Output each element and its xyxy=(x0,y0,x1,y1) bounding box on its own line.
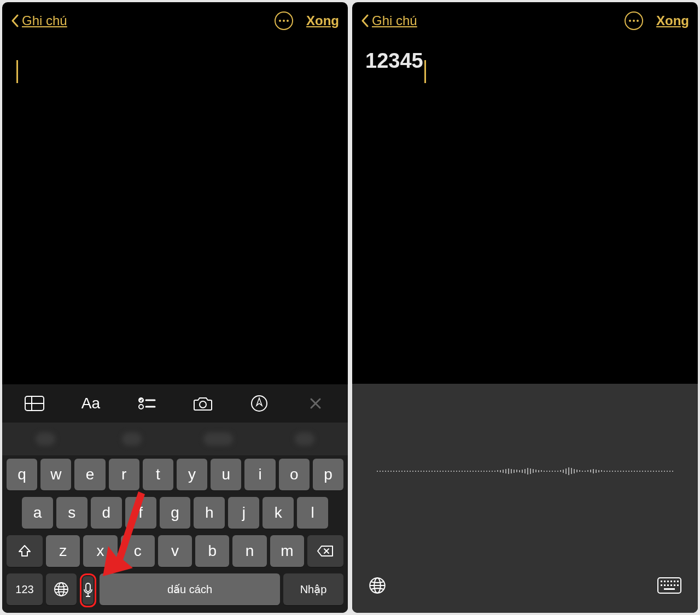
key-u[interactable]: u xyxy=(211,459,241,490)
svg-rect-30 xyxy=(677,584,679,586)
key-w[interactable]: w xyxy=(40,459,71,490)
key-j[interactable]: j xyxy=(228,497,259,529)
back-button[interactable]: Ghi chú xyxy=(361,13,417,28)
note-text: 12345 xyxy=(365,49,423,72)
dictation-controls xyxy=(352,558,698,613)
key-m[interactable]: m xyxy=(270,535,304,567)
key-y[interactable]: y xyxy=(177,459,207,490)
svg-rect-27 xyxy=(667,584,669,586)
svg-point-5 xyxy=(139,405,143,409)
svg-rect-26 xyxy=(664,584,666,586)
suggestion-2[interactable] xyxy=(89,423,175,455)
phone-right: Ghi chú Xong 12345 xyxy=(352,2,698,613)
key-c[interactable]: c xyxy=(121,535,155,567)
key-l[interactable]: l xyxy=(297,497,328,529)
key-q[interactable]: q xyxy=(7,459,37,490)
svg-rect-25 xyxy=(661,584,662,586)
key-n[interactable]: n xyxy=(232,535,266,567)
suggestion-3[interactable] xyxy=(175,423,261,455)
svg-rect-21 xyxy=(667,581,669,582)
close-format-button[interactable] xyxy=(301,393,330,414)
globe-icon xyxy=(369,577,386,594)
key-r[interactable]: r xyxy=(109,459,139,490)
key-a[interactable]: a xyxy=(22,497,53,529)
font-button[interactable]: Aa xyxy=(76,393,106,414)
svg-rect-22 xyxy=(670,581,672,582)
svg-rect-19 xyxy=(661,581,662,582)
number-key[interactable]: 123 xyxy=(7,573,43,605)
pen-icon xyxy=(250,395,268,412)
suggestion-1[interactable] xyxy=(2,423,89,455)
keyboard: q w e r t y u i o p a s d f g h j k l xyxy=(2,455,348,613)
back-label: Ghi chú xyxy=(22,13,67,28)
table-button[interactable] xyxy=(20,393,49,414)
keyboard-row-2: a s d f g h j k l xyxy=(4,497,346,529)
svg-rect-28 xyxy=(670,584,672,586)
key-d[interactable]: d xyxy=(91,497,122,529)
keyboard-row-3: z x c v b n m xyxy=(4,535,346,567)
key-o[interactable]: o xyxy=(279,459,310,490)
enter-key[interactable]: Nhập xyxy=(283,573,343,605)
key-x[interactable]: x xyxy=(83,535,117,567)
key-f[interactable]: f xyxy=(125,497,156,529)
globe-icon xyxy=(54,582,69,597)
svg-rect-20 xyxy=(664,581,666,582)
suggestion-4[interactable] xyxy=(261,423,348,455)
globe-button[interactable] xyxy=(369,577,386,594)
svg-point-7 xyxy=(200,401,206,408)
space-key[interactable]: dấu cách xyxy=(100,573,280,605)
key-k[interactable]: k xyxy=(262,497,294,529)
globe-key[interactable] xyxy=(46,573,77,605)
delete-key[interactable] xyxy=(307,535,343,567)
mic-highlight xyxy=(80,573,96,607)
svg-rect-29 xyxy=(674,584,675,586)
camera-button[interactable] xyxy=(188,393,218,414)
format-toolbar: Aa xyxy=(2,384,348,423)
chevron-left-icon xyxy=(11,14,19,27)
done-button[interactable]: Xong xyxy=(306,13,339,28)
svg-rect-24 xyxy=(677,581,679,582)
close-icon xyxy=(309,397,322,410)
key-s[interactable]: s xyxy=(56,497,88,529)
key-b[interactable]: b xyxy=(195,535,229,567)
more-button[interactable] xyxy=(275,11,293,30)
more-button[interactable] xyxy=(625,11,643,30)
mic-key[interactable] xyxy=(83,576,94,605)
text-cursor xyxy=(424,60,426,83)
keyboard-icon xyxy=(657,577,681,594)
mic-icon xyxy=(83,583,94,598)
back-button[interactable]: Ghi chú xyxy=(11,13,67,28)
key-g[interactable]: g xyxy=(160,497,191,529)
waveform xyxy=(352,384,698,558)
list-button[interactable] xyxy=(132,393,162,414)
suggestion-bar xyxy=(2,423,348,455)
back-label: Ghi chú xyxy=(372,13,417,28)
key-t[interactable]: t xyxy=(143,459,173,490)
dictation-panel xyxy=(352,384,698,613)
font-icon: Aa xyxy=(81,395,100,412)
key-h[interactable]: h xyxy=(194,497,225,529)
keyboard-button[interactable] xyxy=(657,577,681,594)
waveform-bars xyxy=(352,458,698,485)
key-p[interactable]: p xyxy=(313,459,343,490)
keyboard-row-1: q w e r t y u i o p xyxy=(4,459,346,490)
phone-left: Ghi chú Xong Aa xyxy=(2,2,348,613)
key-e[interactable]: e xyxy=(74,459,105,490)
done-button[interactable]: Xong xyxy=(656,13,689,28)
note-editor[interactable] xyxy=(2,39,348,384)
pen-button[interactable] xyxy=(244,393,274,414)
shift-key[interactable] xyxy=(7,535,43,567)
table-icon xyxy=(25,396,44,411)
svg-point-3 xyxy=(138,397,144,403)
key-z[interactable]: z xyxy=(46,535,80,567)
header: Ghi chú Xong xyxy=(2,2,348,39)
svg-rect-23 xyxy=(674,581,675,582)
svg-rect-12 xyxy=(86,583,90,591)
note-editor[interactable]: 12345 xyxy=(352,39,698,384)
svg-rect-31 xyxy=(664,588,675,590)
text-cursor xyxy=(16,60,18,83)
delete-icon xyxy=(317,545,334,557)
shift-icon xyxy=(18,544,32,558)
key-i[interactable]: i xyxy=(244,459,275,490)
key-v[interactable]: v xyxy=(158,535,192,567)
